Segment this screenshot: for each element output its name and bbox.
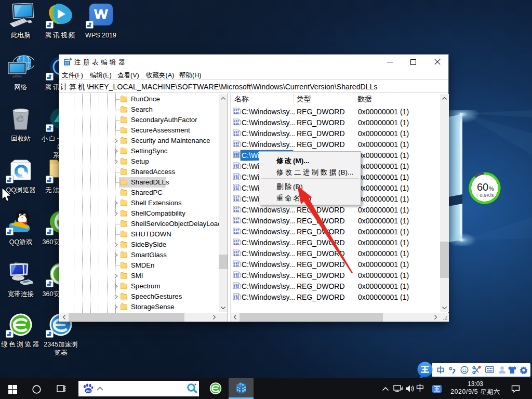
svg-text:60: 60	[477, 181, 488, 193]
svg-text:110: 110	[234, 198, 240, 202]
svg-text:110: 110	[234, 231, 240, 235]
svg-text:110: 110	[234, 253, 240, 257]
svg-text:110: 110	[234, 144, 240, 148]
svg-text:110: 110	[234, 155, 240, 158]
svg-text:110: 110	[234, 275, 240, 278]
svg-text:110: 110	[234, 122, 240, 126]
svg-text:110: 110	[234, 297, 240, 300]
svg-text:%: %	[489, 185, 494, 192]
svg-text:↑ 0.9K/s: ↑ 0.9K/s	[476, 192, 494, 198]
svg-text:110: 110	[234, 286, 240, 289]
svg-text:110: 110	[234, 209, 240, 213]
svg-text:du: du	[86, 389, 91, 393]
svg-text:110: 110	[234, 111, 240, 115]
svg-text:110: 110	[234, 133, 240, 137]
svg-text:110: 110	[234, 177, 240, 180]
svg-text:110: 110	[234, 220, 240, 224]
svg-text:110: 110	[234, 264, 240, 268]
svg-text:110: 110	[234, 188, 240, 191]
svg-text:110: 110	[234, 242, 240, 246]
svg-text:110: 110	[234, 166, 240, 169]
